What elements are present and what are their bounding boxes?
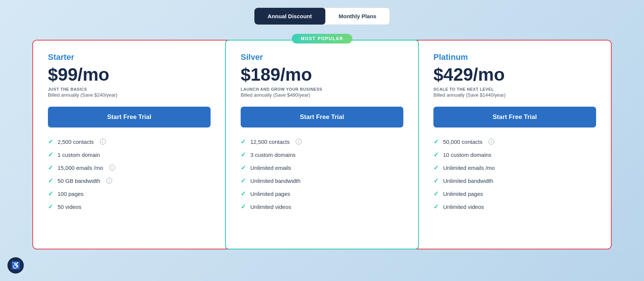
silver-trial-button[interactable]: Start Free Trial <box>241 107 403 127</box>
feature-text: 1 custom domain <box>58 152 100 158</box>
silver-plan-card: MOST POPULAR Silver $189/mo LAUNCH AND G… <box>225 40 419 249</box>
platinum-plan-name: Platinum <box>433 52 596 62</box>
list-item: ✓ Unlimited bandwidth <box>241 177 403 185</box>
check-icon: ✓ <box>433 138 439 146</box>
silver-features-list: ✓ 12,500 contacts i ✓ 3 custom domains ✓… <box>241 138 403 211</box>
list-item: ✓ 10 custom domains <box>433 151 596 159</box>
platinum-features-list: ✓ 50,000 contacts i ✓ 10 custom domains … <box>433 138 596 211</box>
check-icon: ✓ <box>48 177 53 185</box>
most-popular-badge: MOST POPULAR <box>292 34 352 43</box>
feature-text: 2,500 contacts <box>58 139 94 145</box>
list-item: ✓ Unlimited bandwidth <box>433 177 596 185</box>
billing-toggle[interactable]: Annual Discount Monthly Plans <box>254 7 390 25</box>
list-item: ✓ Unlimited pages <box>241 190 403 198</box>
list-item: ✓ 1 custom domain <box>48 151 211 159</box>
platinum-plan-card: Platinum $429/mo SCALE TO THE NEXT LEVEL… <box>419 41 611 249</box>
list-item: ✓ Unlimited pages <box>433 190 596 198</box>
list-item: ✓ 50,000 contacts i <box>433 138 596 146</box>
platinum-plan-tagline: SCALE TO THE NEXT LEVEL <box>433 87 596 91</box>
monthly-plans-tab[interactable]: Monthly Plans <box>325 8 390 25</box>
check-icon: ✓ <box>241 164 246 172</box>
feature-text: 12,500 contacts <box>250 139 290 145</box>
check-icon: ✓ <box>241 203 246 211</box>
feature-text: Unlimited emails <box>250 165 291 171</box>
feature-text: Unlimited emails /mo <box>443 165 495 171</box>
feature-text: 50 videos <box>58 204 81 210</box>
list-item: ✓ 50 GB bandwidth i <box>48 177 211 185</box>
list-item: ✓ 2,500 contacts i <box>48 138 211 146</box>
info-icon[interactable]: i <box>106 178 112 184</box>
list-item: ✓ 3 custom domains <box>241 151 403 159</box>
feature-text: Unlimited videos <box>250 204 291 210</box>
feature-text: Unlimited pages <box>250 191 290 197</box>
feature-text: 15,000 emails /mo <box>58 165 103 171</box>
platinum-trial-button[interactable]: Start Free Trial <box>433 107 596 127</box>
check-icon: ✓ <box>241 190 246 198</box>
check-icon: ✓ <box>48 203 53 211</box>
silver-plan-tagline: LAUNCH AND GROW YOUR BUSINESS <box>241 87 403 91</box>
check-icon: ✓ <box>433 151 439 159</box>
starter-plan-name: Starter <box>48 52 211 62</box>
check-icon: ✓ <box>433 177 439 185</box>
feature-text: 50,000 contacts <box>443 139 482 145</box>
check-icon: ✓ <box>48 190 53 198</box>
silver-plan-price: $189/mo <box>241 65 403 85</box>
starter-plan-card: Starter $99/mo JUST THE BASICS Billed an… <box>33 41 225 249</box>
check-icon: ✓ <box>433 164 439 172</box>
check-icon: ✓ <box>48 164 53 172</box>
feature-text: Unlimited videos <box>443 204 484 210</box>
info-icon[interactable]: i <box>488 139 494 145</box>
feature-text: 10 custom domains <box>443 152 491 158</box>
list-item: ✓ Unlimited emails <box>241 164 403 172</box>
platinum-plan-price: $429/mo <box>433 65 596 85</box>
list-item: ✓ Unlimited videos <box>433 203 596 211</box>
check-icon: ✓ <box>433 190 439 198</box>
starter-features-list: ✓ 2,500 contacts i ✓ 1 custom domain ✓ 1… <box>48 138 211 211</box>
info-icon[interactable]: i <box>109 165 115 171</box>
info-icon[interactable]: i <box>296 139 302 145</box>
list-item: ✓ 50 videos <box>48 203 211 211</box>
starter-plan-tagline: JUST THE BASICS <box>48 87 211 91</box>
info-icon[interactable]: i <box>100 139 106 145</box>
platinum-plan-billing: Billed annually (Save $1440/year) <box>433 92 596 98</box>
list-item: ✓ Unlimited emails /mo <box>433 164 596 172</box>
starter-plan-price: $99/mo <box>48 65 211 85</box>
feature-text: 50 GB bandwidth <box>58 178 100 184</box>
check-icon: ✓ <box>48 138 53 146</box>
list-item: ✓ Unlimited videos <box>241 203 403 211</box>
pricing-plans-container: Starter $99/mo JUST THE BASICS Billed an… <box>32 40 612 249</box>
accessibility-icon: ♿ <box>11 261 20 270</box>
check-icon: ✓ <box>241 138 246 146</box>
list-item: ✓ 100 pages <box>48 190 211 198</box>
annual-discount-tab[interactable]: Annual Discount <box>254 8 325 25</box>
check-icon: ✓ <box>241 177 246 185</box>
check-icon: ✓ <box>433 203 439 211</box>
check-icon: ✓ <box>48 151 53 159</box>
starter-plan-billing: Billed annually (Save $240/year) <box>48 92 211 98</box>
feature-text: Unlimited bandwidth <box>250 178 300 184</box>
accessibility-button[interactable]: ♿ <box>7 257 24 274</box>
silver-plan-name: Silver <box>241 52 403 62</box>
list-item: ✓ 12,500 contacts i <box>241 138 403 146</box>
feature-text: Unlimited bandwidth <box>443 178 493 184</box>
feature-text: 3 custom domains <box>250 152 296 158</box>
silver-plan-billing: Billed annually (Save $480/year) <box>241 92 403 98</box>
list-item: ✓ 15,000 emails /mo i <box>48 164 211 172</box>
starter-trial-button[interactable]: Start Free Trial <box>48 107 211 127</box>
feature-text: Unlimited pages <box>443 191 483 197</box>
check-icon: ✓ <box>241 151 246 159</box>
feature-text: 100 pages <box>58 191 84 197</box>
